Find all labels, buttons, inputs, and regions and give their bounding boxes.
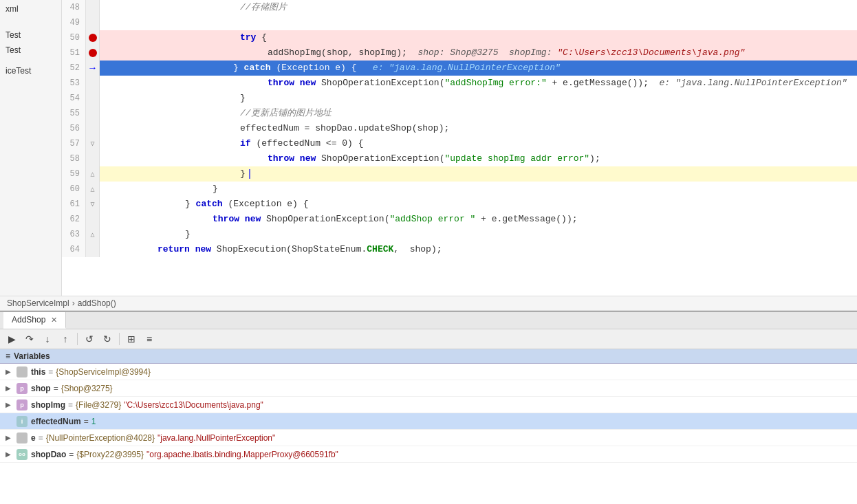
var-icon-shopdao: oo bbox=[17, 449, 28, 460]
var-val-effectednum: 1 bbox=[91, 417, 96, 426]
line-content-55: //更新店铺的图片地址 bbox=[100, 106, 857, 121]
gutter-62 bbox=[86, 212, 100, 227]
code-line-55[interactable]: 55 //更新店铺的图片地址 bbox=[62, 106, 857, 121]
main-container: xml Test Test iceTest 48 //存储图片 bbox=[0, 0, 857, 504]
nav-item-1[interactable] bbox=[0, 17, 61, 22]
code-line-58[interactable]: 58 throw new ShopOperationException("upd… bbox=[62, 151, 857, 166]
var-name-effectednum: effectedNum bbox=[31, 417, 81, 426]
code-line-48[interactable]: 48 //存储图片 bbox=[62, 0, 857, 15]
line-content-53: throw new ShopOperationException("addSho… bbox=[100, 76, 857, 91]
var-row-shop[interactable]: ▶ p shop = {Shop@3275} bbox=[0, 380, 857, 397]
var-equals-shopdao: = bbox=[69, 450, 74, 459]
var-icon-this bbox=[17, 366, 28, 377]
code-line-50[interactable]: 50 try { bbox=[62, 30, 857, 45]
code-line-60[interactable]: 60 △ } bbox=[62, 182, 857, 197]
line-num-49: 49 bbox=[62, 15, 86, 30]
debug-tab-close[interactable]: ✕ bbox=[51, 316, 57, 324]
line-content-64: return new ShopExecution(ShopStateEnum.C… bbox=[100, 242, 857, 257]
toolbar-step-over-btn[interactable]: ↷ bbox=[21, 331, 38, 347]
line-num-56: 56 bbox=[62, 121, 86, 136]
toolbar-stop-btn[interactable]: ↻ bbox=[99, 331, 116, 347]
line-content-61: } catch (Exception e) { bbox=[100, 197, 857, 212]
nav-label-icetest: iceTest bbox=[6, 66, 31, 76]
line-content-58: throw new ShopOperationException("update… bbox=[100, 151, 857, 166]
gutter-58 bbox=[86, 151, 100, 166]
toolbar-settings-btn[interactable]: ≡ bbox=[141, 331, 158, 347]
code-line-49[interactable]: 49 bbox=[62, 15, 857, 30]
code-line-54[interactable]: 54 } bbox=[62, 91, 857, 106]
code-line-63[interactable]: 63 △ } bbox=[62, 227, 857, 242]
line-num-57: 57 bbox=[62, 136, 86, 151]
gutter-61: ▽ bbox=[86, 197, 100, 212]
var-row-this[interactable]: ▶ this = {ShopServiceImpl@3994} bbox=[0, 364, 857, 380]
code-line-51[interactable]: 51 addShopImg(shop, shopImg); shop: Shop… bbox=[62, 45, 857, 61]
nav-item-3[interactable] bbox=[0, 58, 61, 63]
variables-icon: ≡ bbox=[6, 351, 10, 361]
code-line-59[interactable]: 59 △ }| bbox=[62, 166, 857, 182]
code-line-64[interactable]: 64 return new ShopExecution(ShopStateEnu… bbox=[62, 242, 857, 257]
line-content-56: effectedNum = shopDao.updateShop(shop); bbox=[100, 121, 857, 136]
gutter-60: △ bbox=[86, 182, 100, 197]
line-num-48: 48 bbox=[62, 0, 86, 15]
nav-item-icetest[interactable]: iceTest bbox=[0, 63, 61, 78]
var-icon-shopimg: p bbox=[17, 399, 28, 410]
gutter-63: △ bbox=[86, 227, 100, 242]
line-content-60: } bbox=[100, 182, 857, 197]
var-ref-shop: {Shop@3275} bbox=[61, 384, 113, 393]
variables-header: ≡ Variables bbox=[0, 349, 857, 364]
code-line-61[interactable]: 61 ▽ } catch (Exception e) { bbox=[62, 197, 857, 212]
var-val-e: "java.lang.NullPointerException" bbox=[158, 433, 275, 443]
debug-tab-addshop[interactable]: AddShop ✕ bbox=[3, 312, 66, 329]
code-line-56[interactable]: 56 effectedNum = shopDao.updateShop(shop… bbox=[62, 121, 857, 136]
var-row-effectednum[interactable]: i effectedNum = 1 bbox=[0, 413, 857, 430]
var-ref-this: {ShopServiceImpl@3994} bbox=[56, 367, 151, 377]
var-ref-e: {NullPointerException@4028} bbox=[46, 433, 155, 443]
code-line-57[interactable]: 57 ▽ if (effectedNum <= 0) { bbox=[62, 136, 857, 151]
var-expand-this: ▶ bbox=[6, 368, 17, 375]
line-content-49 bbox=[100, 15, 857, 30]
breakpoint-51 bbox=[89, 49, 97, 57]
line-num-60: 60 bbox=[62, 182, 86, 197]
var-row-e[interactable]: ▶ e = {NullPointerException@4028} "java.… bbox=[0, 430, 857, 446]
var-val-shopimg: "C:\Users\zcc13\Documents\java.png" bbox=[124, 400, 263, 410]
toolbar-resume-btn[interactable]: ▶ bbox=[3, 331, 20, 347]
toolbar-rerun-btn[interactable]: ↺ bbox=[81, 331, 98, 347]
var-name-this: this bbox=[31, 367, 45, 377]
line-num-54: 54 bbox=[62, 91, 86, 106]
gutter-51 bbox=[86, 45, 100, 61]
var-equals-shop: = bbox=[54, 384, 58, 393]
breadcrumb-method: addShop() bbox=[78, 298, 116, 308]
nav-item-test2[interactable]: Test bbox=[0, 43, 61, 58]
var-row-shopimg[interactable]: ▶ p shopImg = {File@3279} "C:\Users\zcc1… bbox=[0, 397, 857, 413]
toolbar-step-out-btn[interactable]: ↑ bbox=[57, 331, 74, 347]
variables-label: Variables bbox=[14, 351, 50, 361]
code-line-62[interactable]: 62 throw new ShopOperationException("add… bbox=[62, 212, 857, 227]
var-row-shopdao[interactable]: ▶ oo shopDao = {$Proxy22@3995} "org.apac… bbox=[0, 446, 857, 463]
code-line-52[interactable]: 52 → } catch (Exception e) { e: "java.la… bbox=[62, 61, 857, 76]
code-panel: xml Test Test iceTest 48 //存储图片 bbox=[0, 0, 857, 296]
var-name-shopdao: shopDao bbox=[31, 450, 66, 459]
nav-item-2[interactable] bbox=[0, 22, 61, 28]
line-num-59: 59 bbox=[62, 166, 86, 182]
breadcrumb-bar: ShopServiceImpl › addShop() bbox=[0, 296, 857, 311]
breakpoint-50 bbox=[89, 34, 97, 42]
gutter-55 bbox=[86, 106, 100, 121]
toolbar-step-into-btn[interactable]: ↓ bbox=[39, 331, 56, 347]
toolbar-sep-2 bbox=[119, 333, 120, 345]
variables-panel: ≡ Variables ▶ this = {ShopServiceImpl@39… bbox=[0, 349, 857, 476]
var-expand-shopimg: ▶ bbox=[6, 401, 17, 408]
var-expand-shop: ▶ bbox=[6, 384, 17, 392]
gutter-54 bbox=[86, 91, 100, 106]
nav-item-test1[interactable]: Test bbox=[0, 28, 61, 43]
var-icon-shop: p bbox=[17, 383, 28, 394]
nav-label-test1: Test bbox=[6, 30, 21, 40]
line-num-52: 52 bbox=[62, 61, 86, 76]
line-num-62: 62 bbox=[62, 212, 86, 227]
code-line-53[interactable]: 53 throw new ShopOperationException("add… bbox=[62, 76, 857, 91]
nav-label-test2: Test bbox=[6, 45, 21, 55]
nav-item-xml[interactable]: xml bbox=[0, 1, 61, 17]
var-icon-e bbox=[17, 432, 28, 443]
var-name-shop: shop bbox=[31, 384, 51, 393]
toolbar-watches-btn[interactable]: ⊞ bbox=[123, 331, 140, 347]
line-num-61: 61 bbox=[62, 197, 86, 212]
